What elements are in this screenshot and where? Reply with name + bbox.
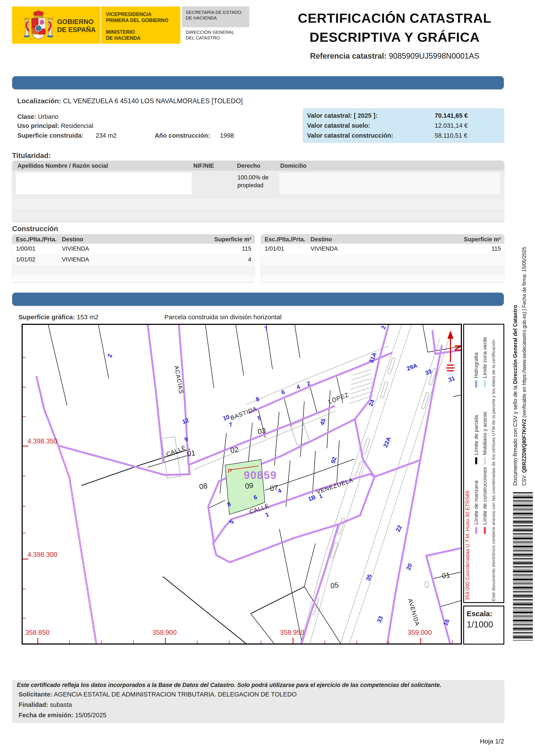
table-cell: 1/01/02	[16, 256, 36, 263]
ministerio-line2: DE HACIENDA	[106, 35, 141, 41]
valor-suelo-value: 12.031,14 €	[435, 122, 468, 129]
map-label-hn: 7	[228, 421, 233, 428]
col-superficie: Superficie m²	[214, 236, 251, 243]
map-label-ref: 90859	[244, 469, 277, 481]
table-cell: 4	[248, 256, 251, 263]
map-label-pn: 05	[330, 581, 339, 590]
finalidad-value: subasta	[50, 701, 72, 708]
col-domicilio: Domicilio	[280, 163, 307, 169]
map-label-pn: 01	[186, 449, 196, 458]
map-label-hn: 29A	[406, 362, 418, 372]
map-label-hn: 6	[280, 388, 286, 396]
fecha-emision-label: Fecha de emisión:	[18, 711, 73, 718]
escala-value: 1/1000	[467, 620, 501, 629]
map-label-coord: 4.398.350	[27, 438, 57, 445]
localizacion-row: Localización: CL VENEZUELA 6 45140 LOS N…	[17, 97, 243, 105]
valor-suelo-label: Valor catastral suelo:	[307, 122, 370, 129]
map-label-coord: 358.850	[25, 629, 49, 636]
map-label-hn: 20	[405, 562, 413, 571]
legend-item: Límite de manzana	[473, 465, 479, 534]
legend-item: Mobiliario y aceras	[482, 388, 488, 465]
superficie-anio-row: Superficie construida: 234 m2 Año constr…	[17, 132, 234, 139]
footer-box: Este certificado refleja los datos incor…	[12, 680, 504, 722]
map-label-hn: 92	[329, 456, 338, 464]
map-label-hn: 4	[277, 487, 282, 494]
uso-row: Uso principal: Residencial	[17, 122, 93, 130]
gobierno-title: GOBIERNO DE ESPAÑA	[57, 18, 96, 34]
map-label-hn: 10	[222, 413, 230, 422]
fecha-emision-value: 15/05/2025	[75, 711, 106, 718]
titular-domicilio-cell	[279, 173, 500, 194]
map-label-hn: 2	[106, 353, 114, 358]
titularidad-table: Apellidos Nombre / Razón social NIF/NIE …	[12, 161, 504, 222]
map-label-hn: 31A	[368, 351, 378, 364]
col-esc: Esc./Plta./Prta.	[265, 236, 305, 243]
valor-construccion-label: Valor catastral construcción:	[307, 132, 393, 139]
map-label-coord: 359.000	[408, 629, 432, 636]
map-label-street: BASTIDA	[229, 405, 258, 421]
anio-value: 1998	[220, 132, 234, 139]
gobierno-logo-block: GOBIERNO DE ESPAÑA	[12, 7, 100, 44]
clase-label: Clase:	[17, 113, 36, 120]
map-legend: 359.000 Coordenadas U.T.M. Huso 30 ETRS8…	[463, 324, 504, 603]
map-label-hn: 35	[365, 573, 373, 582]
vicepresidencia-line2: PRIMERA DEL GOBIERNO	[106, 17, 168, 23]
secretaria-block: SECRETARÍA DE ESTADO DE HACIENDA	[182, 7, 249, 27]
construccion-table-left: Esc./Plta./Prta. Destino Superficie m² 1…	[12, 234, 255, 282]
solicitante-value: AGENCIA ESTATAL DE ADMINISTRACION TRIBUT…	[54, 691, 297, 698]
map-label-hn: 31	[447, 375, 456, 383]
map-label-pn: 09	[244, 481, 254, 491]
mobiliario-swatch-icon	[484, 457, 486, 465]
map-label-hn: 12	[182, 417, 190, 425]
construccion-heading: Construcción	[12, 225, 58, 233]
titularidad-heading: Titularidad:	[12, 152, 51, 160]
escala-label: Escala:	[467, 610, 501, 618]
direccion-catastro-block: DIRECCIÓN GENERAL DEL CATASTRO	[182, 27, 249, 44]
map-label-pref: P	[228, 467, 232, 474]
col-destino: Destino	[311, 236, 332, 243]
map-label-hn: 33	[376, 615, 384, 623]
map-label-coord: 358.900	[153, 629, 177, 636]
col-nif: NIF/NIE	[193, 163, 214, 169]
map-label-pn: 07	[269, 483, 279, 493]
col-nombre: Apellidos Nombre / Razón social	[17, 163, 108, 169]
map-label-pn: 01	[441, 571, 451, 580]
vicepresidencia-line1: VICEPRESIDENCIA	[106, 11, 168, 17]
map-label-pn: 08	[199, 482, 208, 491]
map-label-hn: 4	[296, 383, 301, 390]
firma-line1: Documento firmado con CSV y sello de la …	[512, 228, 518, 486]
superficie-grafica-label: Superficie gráfica:	[18, 314, 75, 320]
parcela-swatch-icon	[475, 457, 477, 465]
section-divider-bar	[12, 293, 504, 306]
spain-coat-of-arms-icon	[21, 8, 56, 42]
uso-label: Uso principal:	[17, 122, 59, 129]
legend-item: Límite de parcela	[473, 388, 479, 465]
referencia-catastral: Referencia catastral: 9085909UJ5998N0001…	[260, 51, 530, 61]
north-arrow-icon: N	[446, 330, 461, 371]
solicitante-label: Solicitante:	[18, 691, 52, 698]
map-label-hn: 2	[306, 380, 311, 387]
col-destino: Destino	[62, 236, 83, 243]
map-label-coord: 4.398.300	[27, 551, 57, 559]
valor-catastral-value: 70.141,65 €	[435, 112, 468, 119]
table-cell: VIVIENDA	[311, 245, 338, 252]
ministerio-line1: MINISTERIO	[106, 29, 141, 35]
valor-catastral-year: [ 2025 ]:	[354, 112, 378, 119]
col-esc: Esc./Plta./Prta.	[16, 236, 57, 243]
cadastral-certificate-page: GOBIERNO DE ESPAÑA VICEPRESIDENCIA PRIME…	[0, 0, 535, 756]
title-line2: DESCRIPTIVA Y GRÁFICA	[260, 28, 530, 47]
zona-verde-swatch-icon	[484, 380, 486, 388]
firma-line2: CSV: QBRZZDWQ80F7KHV2 (verificable en ht…	[521, 228, 527, 486]
map-label-hn: 1	[265, 511, 270, 518]
col-derecho: Derecho	[237, 163, 260, 169]
page-number: Hoja 1/2	[467, 738, 517, 745]
ministerio-block: VICEPRESIDENCIA PRIMERA DEL GOBIERNO MIN…	[101, 7, 180, 44]
valor-construccion-value: 58.110,51 €	[435, 132, 467, 139]
table-cell: 115	[242, 245, 251, 252]
map-label-hn: 22A	[382, 436, 392, 448]
svg-text:N: N	[453, 345, 461, 351]
finalidad-label: Finalidad:	[18, 701, 48, 708]
clase-row: Clase: Urbano	[17, 113, 58, 120]
table-cell: 1/01/01	[265, 245, 284, 252]
legend-item: Límite zona verde	[482, 325, 488, 388]
